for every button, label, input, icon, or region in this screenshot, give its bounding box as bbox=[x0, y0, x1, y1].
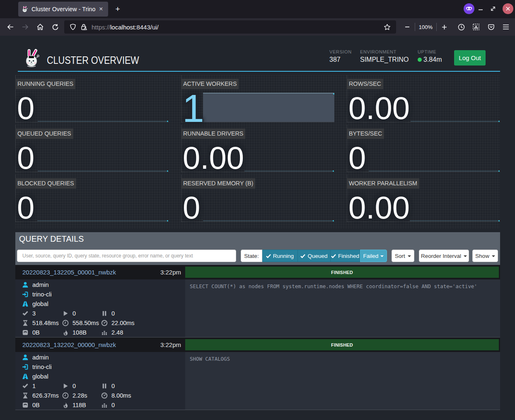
zoom-level[interactable]: 100% bbox=[416, 24, 435, 30]
shield-icon[interactable] bbox=[68, 23, 78, 31]
query-splits: 300 bbox=[15, 308, 185, 318]
window-close-button[interactable] bbox=[503, 3, 513, 14]
resource-group-road-icon bbox=[22, 301, 29, 307]
check-icon bbox=[300, 254, 305, 258]
query-id-link[interactable]: 20220823_132202_00000_nwbzk bbox=[22, 341, 116, 348]
query-filter-input[interactable] bbox=[17, 250, 236, 262]
stat-tile-value[interactable]: 1 bbox=[182, 89, 204, 128]
query-cpu-time-value: 8.00ms bbox=[111, 392, 131, 399]
bookmark-star-icon[interactable] bbox=[382, 23, 393, 31]
zoom-in-button[interactable] bbox=[439, 20, 450, 34]
screenshot-icon[interactable] bbox=[469, 20, 483, 34]
query-info-cell: admintrino-cliglobal100626.37ms2.28s8.00… bbox=[15, 352, 185, 410]
forward-button[interactable] bbox=[19, 20, 32, 34]
query-stat-cell: 558.50ms bbox=[62, 318, 99, 328]
environment-label: ENVIRONMENT bbox=[360, 49, 409, 54]
history-clock-icon[interactable] bbox=[455, 20, 468, 34]
browser-tab[interactable]: Cluster Overview - Trino ✕ bbox=[18, 2, 108, 17]
stat-tile-label: BYTES/SEC bbox=[347, 129, 384, 139]
state-queued-button[interactable]: Queued bbox=[298, 250, 331, 262]
query-sql-text[interactable]: SELECT COUNT(*) as nodes FROM system.run… bbox=[185, 279, 500, 293]
state-filter-group: State: Running Queued Finished Failed bbox=[241, 250, 387, 262]
source-login-icon bbox=[22, 364, 29, 370]
stat-tile-rows-sec: ROWS/SEC0.00 bbox=[347, 75, 500, 123]
query-stat-cell: 0 bbox=[101, 381, 115, 391]
icon-graphic bbox=[22, 329, 29, 336]
query-header-left: 20220823_132202_00000_nwbzk3:22pm bbox=[15, 337, 185, 352]
query-stat-cell: 1 bbox=[22, 381, 36, 391]
stat-tile-label: RUNNABLE DRIVERS bbox=[181, 129, 245, 139]
stat-tile-runnable-drivers: RUNNABLE DRIVERS0.00 bbox=[181, 125, 334, 172]
query-source: trino-cli bbox=[15, 362, 185, 371]
lock-warning-icon[interactable] bbox=[78, 23, 89, 31]
cpu-time-gauge-icon bbox=[101, 320, 108, 326]
query-details-title: QUERY DETAILS bbox=[19, 234, 84, 244]
query-current-memory-value: 0B bbox=[32, 402, 40, 408]
query-stat-cell: 0 bbox=[62, 381, 76, 391]
sparkline bbox=[411, 121, 500, 121]
url-bar[interactable]: https://localhost:8443/ui/ bbox=[64, 20, 396, 34]
new-tab-button[interactable]: + bbox=[113, 4, 123, 14]
cumulative-memory-chart-icon bbox=[101, 329, 108, 336]
query-status-badge: FINISHED bbox=[185, 267, 499, 278]
version-label: VERSION bbox=[329, 49, 352, 54]
tab-close-icon[interactable]: ✕ bbox=[97, 6, 105, 13]
query-resource-group-value: global bbox=[32, 373, 48, 380]
stat-tile-value: 0 bbox=[183, 192, 200, 223]
zoom-out-button[interactable] bbox=[402, 20, 413, 34]
browser-tab-bar: Cluster Overview - Trino ✕ + bbox=[0, 0, 515, 18]
queued-splits-pause-icon bbox=[101, 310, 108, 317]
stat-tile-value: 0 bbox=[17, 92, 34, 124]
query-sql-text[interactable]: SHOW CATALOGS bbox=[185, 352, 500, 366]
reload-button[interactable] bbox=[48, 20, 62, 34]
caret-down-icon bbox=[408, 255, 411, 257]
sparkline bbox=[38, 171, 168, 171]
query-splits-running-value: 0 bbox=[73, 383, 76, 389]
query-times: 518.48ms558.50ms22.00ms bbox=[15, 318, 185, 328]
window-controls bbox=[464, 3, 513, 14]
show-dropdown[interactable]: Show bbox=[472, 250, 498, 262]
url-text[interactable]: https://localhost:8443/ui/ bbox=[92, 24, 382, 31]
icon-graphic bbox=[62, 320, 69, 326]
stat-tile-running-queries: RUNNING QUERIES0 bbox=[15, 75, 169, 123]
sparkline-dot bbox=[167, 220, 168, 221]
query-row: 20220823_132202_00000_nwbzk3:22pmFINISHE… bbox=[15, 337, 500, 410]
window-restore-button[interactable] bbox=[490, 6, 499, 12]
query-id-link[interactable]: 20220823_132205_00001_nwbzk bbox=[22, 269, 116, 276]
query-stat-cell: 518.48ms bbox=[22, 318, 59, 328]
reorder-interval-dropdown[interactable]: Reorder Interval bbox=[419, 250, 469, 262]
header-divider bbox=[18, 71, 500, 72]
icon-graphic bbox=[36, 23, 44, 31]
window-minimize-button[interactable] bbox=[478, 6, 487, 12]
query-status-badge: FINISHED bbox=[185, 339, 499, 350]
icon-graphic bbox=[22, 402, 29, 408]
query-stat-cell: 8.00ms bbox=[101, 391, 131, 400]
query-resource-group: global bbox=[15, 371, 185, 381]
back-button[interactable] bbox=[4, 20, 17, 34]
query-current-memory-value: 0B bbox=[32, 329, 40, 336]
state-finished-button[interactable]: Finished bbox=[331, 250, 360, 262]
home-button[interactable] bbox=[34, 20, 47, 34]
state-running-button[interactable]: Running bbox=[262, 250, 298, 262]
state-failed-dropdown[interactable]: Failed bbox=[360, 250, 387, 262]
menu-hamburger-icon[interactable] bbox=[499, 20, 513, 34]
query-peak-memory-value: 118B bbox=[73, 402, 86, 408]
uptime-status-dot bbox=[418, 58, 422, 62]
query-cumulative-memory-value: 2.48 bbox=[111, 329, 123, 336]
reorder-interval-label: Reorder Interval bbox=[421, 253, 461, 259]
completed-splits-check-icon bbox=[22, 310, 29, 317]
stat-tile-label: RESERVED MEMORY (B) bbox=[181, 178, 255, 189]
uptime-info: UPTIME 3.84m bbox=[418, 49, 442, 63]
page-header: CLUSTER OVERVIEW VERSION 387 ENVIRONMENT… bbox=[0, 36, 515, 71]
sort-dropdown[interactable]: Sort bbox=[392, 250, 414, 262]
pocket-icon[interactable] bbox=[484, 20, 498, 34]
icon-graphic bbox=[101, 329, 108, 336]
peak-memory-fire-icon bbox=[62, 329, 69, 336]
query-stat-cell: 0 bbox=[101, 400, 115, 410]
sparkline bbox=[203, 221, 334, 221]
caret-down-icon bbox=[464, 255, 467, 257]
logout-button[interactable]: Log Out bbox=[454, 50, 486, 66]
stat-tile-blocked-queries: BLOCKED QUERIES0 bbox=[15, 175, 169, 222]
stat-tile-label: RUNNING QUERIES bbox=[15, 79, 75, 89]
icon-graphic bbox=[505, 6, 510, 11]
